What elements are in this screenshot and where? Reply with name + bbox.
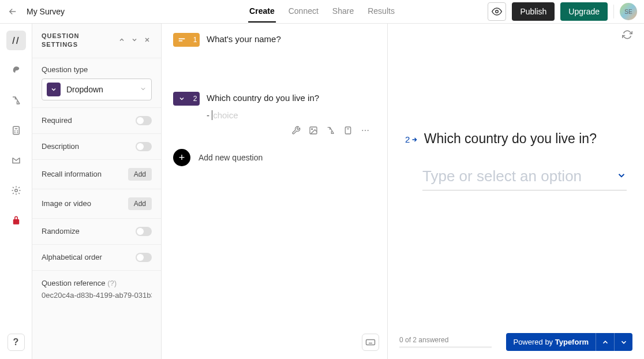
close-icon[interactable] bbox=[143, 34, 152, 47]
move-down-icon[interactable] bbox=[130, 34, 139, 47]
powered-brand: Typeform bbox=[555, 338, 589, 346]
svg-point-0 bbox=[496, 10, 499, 13]
recall-add-button[interactable]: Add bbox=[128, 168, 152, 181]
rail-followups-icon[interactable] bbox=[6, 151, 26, 170]
reference-help-icon[interactable]: (?) bbox=[107, 279, 117, 287]
arrow-right-icon bbox=[411, 136, 418, 143]
more-tool-icon[interactable] bbox=[361, 126, 370, 137]
reference-section: Question reference (?) 0ec20c4a-d83b-419… bbox=[32, 270, 161, 308]
svg-point-14 bbox=[362, 130, 363, 131]
description-toggle[interactable] bbox=[136, 142, 152, 151]
alpha-toggle[interactable] bbox=[136, 253, 152, 262]
tab-connect[interactable]: Connect bbox=[287, 1, 320, 23]
powered-pre: Powered by bbox=[513, 338, 555, 346]
svg-rect-12 bbox=[345, 127, 350, 134]
question-1-badge: 1 bbox=[173, 33, 200, 47]
tab-create[interactable]: Create bbox=[248, 1, 276, 23]
question-2-badge: 2 bbox=[173, 92, 200, 106]
question-2[interactable]: 2 Which country do you live in? bbox=[173, 92, 376, 106]
logic-tool-icon[interactable] bbox=[326, 126, 335, 137]
header-left: My Survey bbox=[7, 6, 65, 17]
svg-point-4 bbox=[17, 130, 17, 131]
header-right: Publish Upgrade SE bbox=[488, 2, 637, 21]
powered-by-label[interactable]: Powered by Typeform bbox=[506, 333, 596, 351]
question-2-text[interactable]: Which country do you live in? bbox=[207, 92, 319, 103]
settings-tool-icon[interactable] bbox=[291, 126, 301, 137]
rail-settings-icon[interactable] bbox=[6, 181, 26, 200]
publish-button[interactable]: Publish bbox=[512, 2, 555, 21]
short-text-icon bbox=[173, 33, 190, 47]
svg-rect-17 bbox=[366, 340, 375, 345]
required-toggle[interactable] bbox=[136, 116, 152, 125]
add-question-label: Add new question bbox=[199, 153, 263, 162]
chevron-down-icon bbox=[616, 170, 627, 183]
recall-row: Recall information Add bbox=[32, 159, 161, 189]
move-up-icon[interactable] bbox=[117, 34, 126, 47]
required-row: Required bbox=[32, 107, 161, 133]
question-type-value: Dropdown bbox=[66, 85, 134, 94]
tab-results[interactable]: Results bbox=[366, 1, 396, 23]
preview-pane: 2 Which country do you live in? Type or … bbox=[388, 24, 644, 359]
settings-sidebar: QUESTION SETTINGS Question type Dropdown… bbox=[32, 24, 162, 359]
randomize-label: Randomize bbox=[42, 227, 80, 235]
progress-bar bbox=[399, 346, 492, 348]
rail-content-icon[interactable] bbox=[6, 31, 26, 50]
reload-icon[interactable] bbox=[622, 29, 632, 42]
alpha-row: Alphabetical order bbox=[32, 244, 161, 270]
randomize-row: Randomize bbox=[32, 218, 161, 244]
survey-name[interactable]: My Survey bbox=[27, 7, 65, 16]
add-question-icon[interactable]: + bbox=[173, 149, 190, 166]
next-button[interactable] bbox=[614, 333, 632, 351]
preview-placeholder: Type or select an option bbox=[422, 167, 616, 185]
required-label: Required bbox=[42, 116, 72, 125]
question-1[interactable]: 1 What's your name? bbox=[173, 33, 376, 47]
question-toolbar bbox=[173, 126, 370, 137]
preview-footer: 0 of 2 answered Powered by Typeform bbox=[399, 333, 632, 351]
question-type-select[interactable]: Dropdown bbox=[42, 78, 152, 100]
recall-label: Recall information bbox=[42, 170, 102, 178]
help-icon: ? bbox=[13, 337, 19, 347]
reference-label: Question reference (?) bbox=[42, 279, 152, 287]
avatar-initials: SE bbox=[624, 9, 632, 15]
tab-share[interactable]: Share bbox=[331, 1, 355, 23]
rail-design-icon[interactable] bbox=[6, 61, 26, 80]
choice-placeholder: choice bbox=[212, 110, 238, 120]
prev-button[interactable] bbox=[596, 333, 614, 351]
sidebar-actions bbox=[117, 34, 152, 47]
randomize-toggle[interactable] bbox=[136, 227, 152, 236]
preview-num-text: 2 bbox=[405, 134, 410, 144]
svg-point-15 bbox=[365, 130, 366, 131]
avatar[interactable]: SE bbox=[620, 3, 637, 20]
image-video-label: Image or video bbox=[42, 199, 91, 208]
question-1-text[interactable]: What's your name? bbox=[207, 33, 281, 44]
calc-tool-icon[interactable] bbox=[343, 126, 353, 137]
upgrade-button[interactable]: Upgrade bbox=[560, 2, 608, 21]
rail-logic-icon[interactable] bbox=[6, 91, 26, 110]
preview-button[interactable] bbox=[488, 2, 506, 21]
powered-by: Powered by Typeform bbox=[506, 333, 632, 351]
dropdown-type-icon bbox=[47, 83, 61, 96]
choice-input[interactable]: - choice bbox=[207, 110, 376, 120]
sidebar-title: QUESTION SETTINGS bbox=[42, 32, 117, 50]
add-question[interactable]: + Add new question bbox=[173, 149, 376, 166]
svg-point-3 bbox=[14, 130, 15, 131]
tabs: Create Connect Share Results bbox=[248, 1, 396, 23]
help-button[interactable]: ? bbox=[8, 334, 25, 351]
image-video-add-button[interactable]: Add bbox=[128, 197, 152, 210]
progress-section: 0 of 2 answered bbox=[399, 336, 492, 348]
image-tool-icon[interactable] bbox=[309, 126, 318, 137]
dropdown-icon bbox=[173, 92, 190, 106]
question-type-label: Question type bbox=[42, 65, 152, 74]
keyboard-button[interactable] bbox=[362, 334, 379, 351]
preview-question: 2 Which country do you live in? Type or … bbox=[405, 131, 632, 190]
question-1-number: 1 bbox=[190, 33, 200, 47]
back-arrow-icon[interactable] bbox=[7, 6, 18, 17]
svg-point-16 bbox=[368, 130, 369, 131]
reference-value[interactable]: 0ec20c4a-d83b-4199-ab79-031b3b bbox=[42, 291, 152, 300]
rail-access-icon[interactable] bbox=[6, 211, 26, 230]
preview-answer-input[interactable]: Type or select an option bbox=[422, 167, 627, 190]
left-rail: ? bbox=[0, 24, 32, 359]
rail-calculator-icon[interactable] bbox=[6, 121, 26, 140]
sidebar-header: QUESTION SETTINGS bbox=[32, 24, 161, 58]
chevron-down-icon bbox=[140, 84, 147, 95]
